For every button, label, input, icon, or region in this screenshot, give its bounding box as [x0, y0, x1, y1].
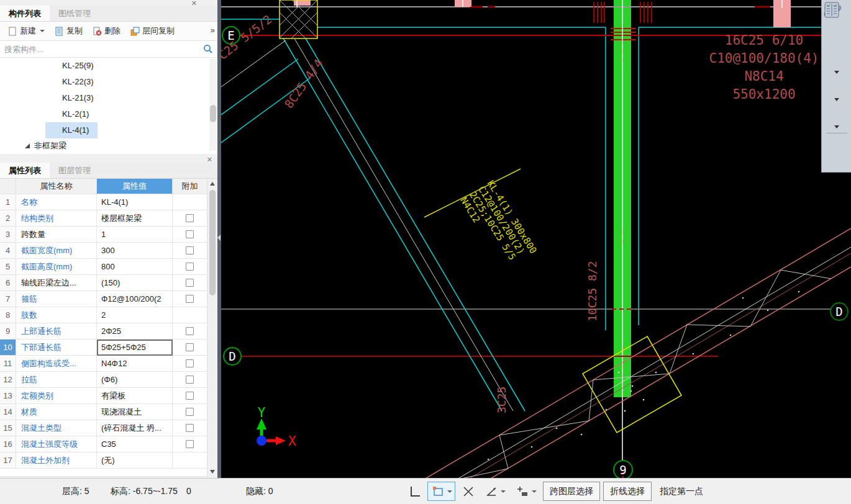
- label-10c25: 10C25 8/2: [586, 261, 599, 322]
- chevron-down-icon[interactable]: [834, 125, 839, 128]
- rect-select-button[interactable]: [427, 482, 455, 501]
- snap-cross-button[interactable]: [458, 482, 478, 501]
- table-row[interactable]: 12 拉筋 (Φ6): [0, 372, 217, 388]
- copy-button[interactable]: 复制: [50, 24, 87, 38]
- extra-checkbox[interactable]: [186, 230, 194, 238]
- search-icon[interactable]: [203, 44, 212, 53]
- property-table-header: 属性名称 属性值 附加: [0, 179, 217, 194]
- selected-column-box[interactable]: [280, 0, 317, 38]
- table-row[interactable]: 7 箍筋 Φ12@100/200(2: [0, 291, 217, 307]
- scroll-down-icon[interactable]: [210, 470, 215, 474]
- list-item[interactable]: KL-4(1): [0, 122, 217, 138]
- table-row[interactable]: 4 截面宽度(mm) 300: [0, 243, 217, 259]
- table-row[interactable]: 17 混凝土外加剂 (无): [0, 452, 217, 469]
- tree-group-nonframe-beam[interactable]: 非框架梁: [0, 138, 217, 153]
- svg-text:X: X: [288, 434, 296, 449]
- component-list-scrollbar[interactable]: [209, 59, 217, 151]
- extra-checkbox[interactable]: [186, 392, 194, 400]
- grid-bubble-d-right[interactable]: D: [831, 303, 848, 320]
- search-row: [0, 41, 217, 58]
- tab-layer-management[interactable]: 图层管理: [50, 163, 99, 178]
- cross-layer-select-button[interactable]: 跨图层选择: [543, 482, 600, 501]
- property-scrollbar[interactable]: [207, 179, 217, 477]
- view-list-icon[interactable]: [825, 137, 849, 159]
- layer-copy-icon: [130, 26, 140, 36]
- extra-checkbox[interactable]: [186, 343, 194, 351]
- ortho-mode-button[interactable]: [405, 482, 424, 501]
- collapse-arrow-icon[interactable]: [217, 235, 221, 241]
- selection-box[interactable]: [583, 336, 681, 433]
- scrollbar-thumb[interactable]: [210, 105, 216, 122]
- close-icon[interactable]: ✕: [191, 0, 197, 7]
- close-icon[interactable]: ✕: [207, 156, 212, 164]
- tab-property-list[interactable]: 属性列表: [0, 163, 50, 178]
- rotate-view-icon[interactable]: [825, 102, 849, 125]
- table-row[interactable]: 6 轴线距梁左边... (150): [0, 275, 217, 291]
- chevron-down-icon[interactable]: [834, 71, 839, 74]
- table-row[interactable]: 15 混凝土类型 (碎石混凝土 坍...: [0, 420, 217, 436]
- search-input[interactable]: [0, 41, 217, 57]
- layer-copy-button[interactable]: 层间复制: [125, 24, 179, 38]
- ortho-icon: [408, 485, 422, 498]
- table-row[interactable]: 2 结构类别 楼层框架梁: [0, 210, 217, 227]
- table-row[interactable]: 1 名称 KL-4(1): [0, 194, 217, 210]
- table-row[interactable]: 10 下部通长筋 5Φ25+5Φ25: [0, 340, 217, 356]
- list-item[interactable]: KL-22(3): [0, 74, 217, 90]
- label-3c25: 3C25: [495, 387, 508, 413]
- view-3d-icon[interactable]: 3D: [825, 25, 849, 48]
- grid-bubble-9[interactable]: 9: [614, 461, 632, 478]
- extra-checkbox[interactable]: [186, 440, 194, 448]
- extra-checkbox[interactable]: [186, 359, 194, 367]
- diagonal-beam-edge[interactable]: [283, 38, 502, 411]
- list-item[interactable]: KL-21(3): [0, 90, 217, 106]
- coordinate-input-button[interactable]: [512, 482, 540, 501]
- extra-checkbox[interactable]: [186, 408, 194, 416]
- table-row[interactable]: 14 材质 现浇混凝土: [0, 404, 217, 420]
- list-item[interactable]: KL-2(1): [0, 106, 217, 122]
- delete-button[interactable]: 删除: [88, 24, 125, 38]
- label-8c25: 8C25 4/4: [281, 56, 325, 111]
- view-wireframe-icon[interactable]: [825, 48, 849, 70]
- component-panel-tabs: 构件列表 图纸管理: [0, 6, 217, 22]
- extra-checkbox[interactable]: [186, 246, 194, 254]
- view-solid-icon[interactable]: [825, 75, 849, 97]
- new-document-icon: [7, 26, 17, 36]
- list-item[interactable]: KL-25(9): [0, 58, 217, 74]
- extra-checkbox[interactable]: [186, 263, 194, 271]
- extra-checkbox[interactable]: [186, 279, 194, 287]
- angle-tool-button[interactable]: [481, 482, 509, 501]
- divider: [826, 133, 847, 133]
- new-button[interactable]: 新建: [3, 24, 49, 38]
- table-row[interactable]: 13 定额类别 有梁板: [0, 388, 217, 404]
- table-row[interactable]: 16 混凝土强度等级 C35: [0, 436, 217, 452]
- extra-checkbox[interactable]: [186, 295, 194, 303]
- coordinate-input-icon: [516, 485, 529, 498]
- svg-text:16C25 6/10: 16C25 6/10: [725, 33, 803, 48]
- chevron-down-icon[interactable]: [447, 490, 452, 493]
- scrollbar-thumb[interactable]: [209, 190, 216, 295]
- hidden-count: 隐藏: 0: [246, 486, 273, 497]
- polyline-select-button[interactable]: 折线选择: [603, 482, 652, 501]
- tab-component-list[interactable]: 构件列表: [0, 6, 50, 21]
- table-row[interactable]: 3 跨数量 1: [0, 227, 217, 243]
- toolbar-overflow-button[interactable]: »: [211, 25, 215, 35]
- rect-select-icon: [431, 485, 445, 498]
- tree-expand-icon[interactable]: [25, 143, 30, 148]
- tab-drawing-management[interactable]: 图纸管理: [50, 6, 99, 21]
- property-table: 属性名称 属性值 附加 1 名称 KL-4(1) 2 结构类别 楼层框架梁 3 …: [0, 179, 217, 477]
- table-row[interactable]: 9 上部通长筋 2Φ25: [0, 323, 217, 340]
- extra-checkbox[interactable]: [186, 424, 194, 432]
- extra-checkbox[interactable]: [186, 376, 194, 384]
- table-row[interactable]: 5 截面高度(mm) 800: [0, 259, 217, 275]
- chevron-down-icon[interactable]: [834, 98, 839, 101]
- chevron-down-icon[interactable]: [501, 490, 506, 493]
- extra-checkbox[interactable]: [186, 327, 194, 335]
- extra-checkbox[interactable]: [186, 214, 194, 222]
- cad-canvas[interactable]: E D D 9 Y X 16C25 6/10 C10@100/180(: [221, 0, 851, 478]
- scroll-up-icon[interactable]: [210, 182, 215, 186]
- table-row[interactable]: 11 侧面构造或受... N4Φ12: [0, 356, 217, 372]
- chevron-down-icon[interactable]: [532, 490, 537, 493]
- cross-icon: [462, 485, 475, 498]
- grid-bubble-d-left[interactable]: D: [224, 348, 241, 365]
- table-row[interactable]: 8 肢数 2: [0, 307, 217, 323]
